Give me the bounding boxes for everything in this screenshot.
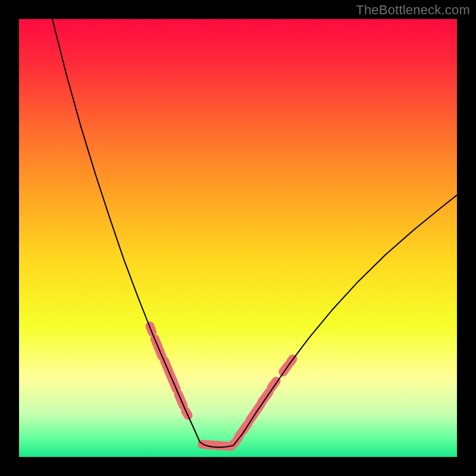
chart-svg [0,0,476,476]
chart-stage: TheBottleneck.com [0,0,476,476]
highlight-segment [262,392,270,402]
plot-background [19,19,457,457]
